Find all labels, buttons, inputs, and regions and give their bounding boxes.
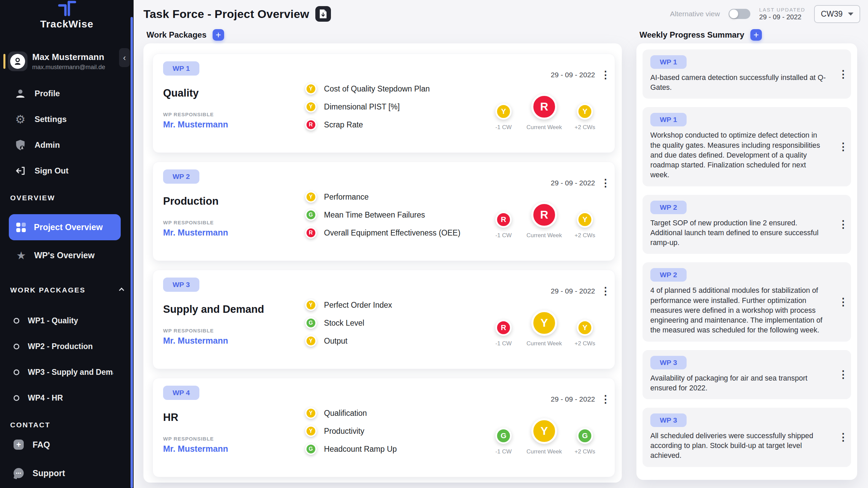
grid-icon (16, 223, 26, 232)
wp-badge: WP 3 (650, 413, 687, 427)
kebab-menu-icon[interactable] (838, 298, 846, 306)
week-status: R -1 CW (483, 211, 524, 239)
kebab-menu-icon[interactable] (838, 433, 846, 441)
responsible-link[interactable]: Mr. Mustermann (163, 228, 228, 238)
wp-title: Production (163, 195, 305, 207)
responsible-link[interactable]: Mr. Mustermann (163, 336, 228, 346)
kpi-list: Y Performance G Mean Time Between Failur… (305, 191, 483, 239)
wp-badge: WP 1 (163, 61, 199, 76)
summary-text: 4 of planned 5 additional modules for st… (650, 286, 827, 335)
week-status: G -1 CW (483, 428, 524, 455)
week-status: Y -1 CW (483, 103, 524, 131)
sidebar-item-project-overview[interactable]: Project Overview (9, 214, 121, 240)
sidebar-item-wp3[interactable]: WP3 - Supply and Demand (0, 359, 134, 385)
card-date: 29 - 09 - 2022 (551, 71, 595, 79)
kebab-menu-icon[interactable] (838, 370, 846, 379)
add-work-package-button[interactable] (213, 29, 224, 41)
week-label: +2 CWs (575, 124, 595, 131)
kpi-status-icon: Y (305, 425, 317, 437)
kpi-status-icon: Y (305, 101, 317, 113)
kpi-label: Scrap Rate (324, 120, 363, 129)
wp-badge: WP 3 (163, 278, 199, 292)
sidebar-item-label: WP2 - Production (28, 342, 93, 351)
kebab-menu-icon[interactable] (600, 179, 608, 187)
weekly-summary-panel: WP 1 AI-based camera detection successfu… (636, 43, 857, 480)
sidebar-scrollbar[interactable] (131, 17, 133, 488)
sidebar-item-settings[interactable]: Settings (0, 106, 134, 132)
week-status: Y +2 CWs (565, 211, 605, 239)
sidebar-item-admin[interactable]: Admin (0, 132, 134, 158)
sidebar-item-wps-overview[interactable]: WP's Overview (9, 242, 121, 268)
responsible-link[interactable]: Mr. Mustermann (163, 120, 228, 129)
kebab-menu-icon[interactable] (838, 220, 846, 228)
alternative-view-toggle[interactable] (729, 9, 750, 19)
kpi-label: Output (324, 337, 348, 346)
user-name: Max Mustermann (32, 52, 105, 62)
kpi-row: Y Productivity (305, 425, 483, 437)
week-status-icon: Y (531, 418, 557, 444)
sidebar-item-signout[interactable]: Sign Out (0, 158, 134, 184)
week-status-icon: R (495, 211, 512, 228)
sidebar-collapse-button[interactable]: ‹ (119, 48, 130, 67)
summary-text: Availability of packaging for air and se… (650, 373, 827, 393)
brand-logo: TrackWise (0, 0, 134, 30)
add-summary-button[interactable] (750, 29, 762, 41)
kpi-list: Y Cost of Quality Stepdown Plan Y Dimens… (305, 83, 483, 131)
user-menu[interactable]: Max Mustermann max.mustermann@mail.de (3, 52, 113, 71)
circle-icon (14, 318, 19, 324)
kpi-label: Mean Time Between Failures (324, 210, 425, 220)
kebab-menu-icon[interactable] (600, 287, 608, 295)
week-label: Current Week (527, 232, 562, 239)
responsible-label: WP RESPONSIBLE (163, 328, 305, 333)
kpi-label: Overall Equipment Effectiveness (OEE) (324, 228, 460, 238)
kpi-row: Y Performance (305, 191, 483, 203)
sidebar-item-support[interactable]: Support (0, 460, 134, 486)
wp-badge: WP 3 (650, 356, 687, 369)
work-package-card: WP 1 29 - 09 - 2022 Quality WP RESPONSIB… (153, 54, 615, 153)
export-document-button[interactable] (315, 6, 331, 22)
sidebar-item-label: WP4 - HR (28, 393, 63, 403)
kpi-label: Performance (324, 192, 369, 202)
kpi-row: G Stock Level (305, 317, 483, 329)
week-label: +2 CWs (575, 448, 595, 455)
sidebar-item-faq[interactable]: FAQ (0, 432, 134, 458)
kpi-label: Perfect Order Index (324, 301, 392, 310)
sidebar-item-label: Project Overview (34, 222, 103, 232)
sidebar-item-wp1[interactable]: WP1 - Quality (0, 308, 134, 333)
kpi-row: R Overall Equipment Effectiveness (OEE) (305, 227, 483, 239)
week-status: Y +2 CWs (565, 103, 605, 131)
kpi-status-icon: R (305, 227, 317, 239)
week-label: +2 CWs (575, 340, 595, 347)
wp-title: Supply and Demand (163, 303, 305, 316)
sidebar-item-wp2[interactable]: WP2 - Production (0, 333, 134, 359)
week-label: -1 CW (495, 232, 512, 239)
kebab-menu-icon[interactable] (838, 70, 846, 78)
brand-name: TrackWise (0, 18, 134, 30)
sign-out-icon (14, 165, 27, 177)
work-packages-panel: WP 1 29 - 09 - 2022 Quality WP RESPONSIB… (143, 43, 622, 483)
wp-badge: WP 2 (650, 268, 687, 282)
kpi-label: Headcount Ramp Up (324, 445, 397, 454)
sidebar-item-label: WP1 - Quality (28, 316, 78, 325)
week-label: -1 CW (495, 124, 512, 131)
kpi-row: Y Output (305, 335, 483, 347)
wp-badge: WP 2 (650, 201, 687, 214)
week-label: -1 CW (495, 340, 512, 347)
responsible-link[interactable]: Mr. Mustermann (163, 444, 228, 454)
kpi-label: Stock Level (324, 319, 364, 328)
kebab-menu-icon[interactable] (838, 143, 846, 151)
calendar-week-select[interactable]: CW39 (814, 5, 860, 23)
contact-section-label: CONTACT (10, 418, 123, 432)
week-label: +2 CWs (575, 232, 595, 239)
wp-badge: WP 1 (650, 113, 687, 126)
kpi-status-icon: Y (305, 335, 317, 347)
sidebar-item-wp4[interactable]: WP4 - HR (0, 385, 134, 411)
chevron-up-icon[interactable] (119, 287, 124, 293)
sidebar-item-profile[interactable]: Profile (0, 81, 134, 106)
chevron-down-icon (848, 13, 853, 16)
kebab-menu-icon[interactable] (600, 395, 608, 403)
week-status-icon: Y (495, 103, 512, 120)
kpi-label: Qualification (324, 409, 367, 418)
user-email: max.mustermann@mail.de (32, 64, 105, 71)
kebab-menu-icon[interactable] (600, 71, 608, 79)
